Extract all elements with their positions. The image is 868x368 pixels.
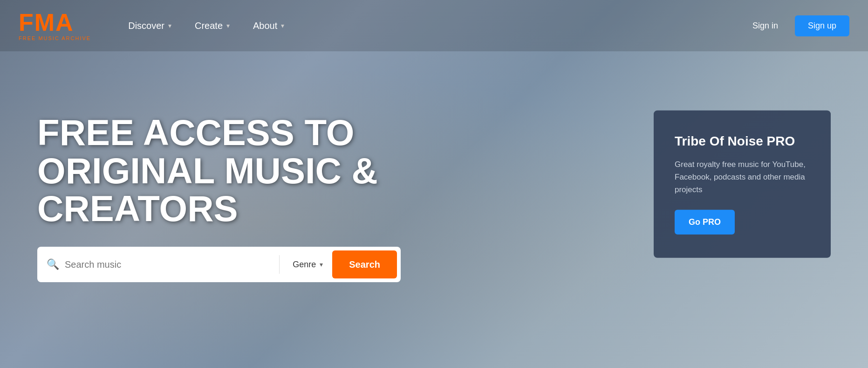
search-icon: 🔍 bbox=[47, 258, 59, 271]
hero-title: FREE ACCESS TO ORIGINAL MUSIC & CREATORS bbox=[37, 114, 419, 229]
signin-button[interactable]: Sign in bbox=[745, 17, 786, 35]
search-input[interactable] bbox=[65, 259, 272, 270]
search-bar: 🔍 Genre ▾ Search bbox=[37, 247, 401, 282]
signup-button[interactable]: Sign up bbox=[795, 15, 849, 36]
nav-discover-label: Discover bbox=[128, 21, 164, 31]
about-chevron-icon: ▾ bbox=[281, 22, 284, 29]
genre-label: Genre bbox=[293, 260, 316, 270]
nav-item-discover[interactable]: Discover ▾ bbox=[128, 21, 171, 31]
nav-links: Discover ▾ Create ▾ About ▾ bbox=[128, 21, 745, 31]
nav-right: Sign in Sign up bbox=[745, 15, 849, 36]
nav-create-label: Create bbox=[195, 21, 223, 31]
genre-dropdown[interactable]: Genre ▾ bbox=[287, 260, 328, 270]
genre-chevron-icon: ▾ bbox=[320, 261, 323, 268]
nav-item-create[interactable]: Create ▾ bbox=[195, 21, 230, 31]
pro-card-title: Tribe Of Noise PRO bbox=[675, 133, 810, 148]
pro-card-description: Great royalty free music for YouTube, Fa… bbox=[675, 158, 810, 196]
search-divider bbox=[279, 255, 280, 274]
search-button[interactable]: Search bbox=[332, 250, 397, 278]
logo[interactable]: FMA FREE MUSIC ARCHIVE bbox=[19, 10, 91, 41]
nav-item-about[interactable]: About ▾ bbox=[253, 21, 284, 31]
hero-section: FMA FREE MUSIC ARCHIVE Discover ▾ Create… bbox=[0, 0, 868, 368]
logo-sub-text: FREE MUSIC ARCHIVE bbox=[19, 35, 91, 41]
nav-about-label: About bbox=[253, 21, 277, 31]
pro-card: Tribe Of Noise PRO Great royalty free mu… bbox=[654, 110, 831, 258]
logo-fma-text: FMA bbox=[19, 10, 91, 35]
navbar: FMA FREE MUSIC ARCHIVE Discover ▾ Create… bbox=[0, 0, 868, 51]
create-chevron-icon: ▾ bbox=[226, 22, 230, 29]
discover-chevron-icon: ▾ bbox=[168, 22, 171, 29]
go-pro-button[interactable]: Go PRO bbox=[675, 210, 735, 235]
